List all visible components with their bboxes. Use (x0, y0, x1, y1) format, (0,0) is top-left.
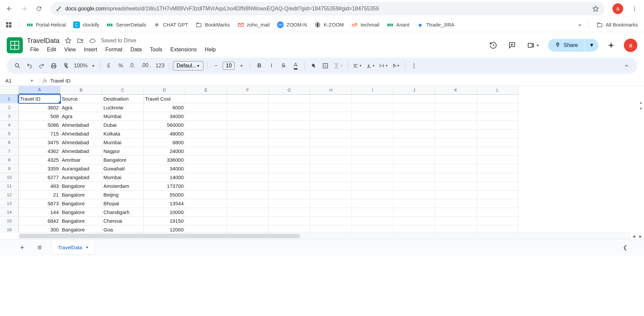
menu-view[interactable]: View (61, 45, 79, 54)
font-size-input[interactable]: 10 (223, 62, 235, 70)
cell-K5[interactable] (435, 129, 477, 138)
cell-F13[interactable] (227, 199, 269, 208)
cell-L2[interactable] (477, 103, 518, 112)
cell-I3[interactable] (352, 112, 394, 121)
row-header-10[interactable]: 10 (0, 173, 18, 182)
col-header-F[interactable]: F (227, 86, 269, 94)
cell-J3[interactable] (394, 112, 435, 121)
cell-D1[interactable]: Travel Cost (144, 95, 185, 103)
cell-I9[interactable] (352, 164, 394, 173)
cell-K12[interactable] (435, 191, 477, 199)
cell-B14[interactable]: Bangalore (60, 208, 102, 217)
cell-H12[interactable] (310, 191, 352, 199)
row-header-3[interactable]: 3 (0, 112, 18, 121)
bookmark-star-icon[interactable] (592, 5, 599, 12)
cell-C16[interactable]: Goa (102, 225, 144, 233)
cell-B13[interactable]: Bangalore (60, 199, 102, 208)
row-header-11[interactable]: 11 (0, 182, 18, 191)
cell-K8[interactable] (435, 156, 477, 164)
cell-C6[interactable]: Mumbai (102, 138, 144, 147)
cell-C7[interactable]: Nagpur (102, 147, 144, 156)
row-header-9[interactable]: 9 (0, 164, 18, 173)
menu-tools[interactable]: Tools (146, 45, 166, 54)
row-header-6[interactable]: 6 (0, 138, 18, 147)
cell-B6[interactable]: Ahmedabad (60, 138, 102, 147)
row-header-7[interactable]: 7 (0, 147, 18, 156)
cell-J12[interactable] (394, 191, 435, 199)
cell-B5[interactable]: Ahmedabad (60, 129, 102, 138)
col-header-H[interactable]: H (310, 86, 352, 94)
cell-A8[interactable]: 4325 (19, 156, 60, 164)
bold-button[interactable]: B (254, 60, 265, 71)
cell-A7[interactable]: 4362 (19, 147, 60, 156)
increase-decimal-button[interactable]: .00→ (140, 60, 153, 71)
cell-C10[interactable]: Mumbai (102, 173, 144, 182)
cell-I7[interactable] (352, 147, 394, 156)
valign-button[interactable]: ▼ (365, 60, 376, 71)
back-button[interactable] (3, 3, 15, 15)
cell-G15[interactable] (269, 217, 310, 225)
col-header-E[interactable]: E (185, 86, 227, 94)
sheets-logo[interactable] (7, 37, 23, 53)
menu-data[interactable]: Data (127, 45, 145, 54)
cell-E7[interactable] (185, 147, 227, 156)
cell-G7[interactable] (269, 147, 310, 156)
col-header-A[interactable]: A (19, 86, 60, 94)
cell-K1[interactable] (435, 95, 477, 103)
cell-C11[interactable]: Amsterdam (102, 182, 144, 191)
row-header-8[interactable]: 8 (0, 156, 18, 164)
cell-F15[interactable] (227, 217, 269, 225)
cell-F10[interactable] (227, 173, 269, 182)
cell-K14[interactable] (435, 208, 477, 217)
cell-F4[interactable] (227, 121, 269, 129)
number-format-button[interactable]: 123 (154, 60, 166, 71)
cell-I15[interactable] (352, 217, 394, 225)
cell-C14[interactable]: Chandigarh (102, 208, 144, 217)
rotate-button[interactable]: A▼ (391, 60, 402, 71)
row-header-5[interactable]: 5 (0, 129, 18, 138)
cell-J14[interactable] (394, 208, 435, 217)
col-header-C[interactable]: C (102, 86, 144, 94)
account-avatar[interactable]: a (624, 39, 637, 52)
cell-E10[interactable] (185, 173, 227, 182)
cell-F11[interactable] (227, 182, 269, 191)
menu-extensions[interactable]: Extensions (167, 45, 200, 54)
cell-C13[interactable]: Bhopal (102, 199, 144, 208)
explore-button[interactable]: ❮ (623, 244, 627, 251)
cell-D3[interactable]: 34000 (144, 112, 185, 121)
scroll-down-icon[interactable]: ▼ (638, 107, 644, 113)
horizontal-scrollbar[interactable]: ◀▶ (19, 233, 631, 239)
meet-icon[interactable]: ▼ (525, 39, 542, 51)
scroll-up-icon[interactable]: ▲ (638, 101, 644, 107)
cell-B1[interactable]: Source (60, 95, 102, 103)
cell-A2[interactable]: 3602 (19, 103, 60, 112)
cell-D13[interactable]: 13544 (144, 199, 185, 208)
cell-G1[interactable] (269, 95, 310, 103)
menu-insert[interactable]: Insert (81, 45, 101, 54)
cell-L6[interactable] (477, 138, 518, 147)
name-box[interactable]: A1▼ (3, 78, 36, 84)
menu-file[interactable]: File (27, 45, 42, 54)
cell-B3[interactable]: Agra (60, 112, 102, 121)
cell-C3[interactable]: Mumbai (102, 112, 144, 121)
cell-J7[interactable] (394, 147, 435, 156)
cell-C5[interactable]: Kolkata (102, 129, 144, 138)
cell-F12[interactable] (227, 191, 269, 199)
text-color-button[interactable]: A (290, 60, 301, 71)
undo-button[interactable] (24, 60, 35, 71)
decrease-decimal-button[interactable]: .0← (128, 60, 138, 71)
cell-D2[interactable]: 6000 (144, 103, 185, 112)
cell-D14[interactable]: 10000 (144, 208, 185, 217)
cell-D11[interactable]: 173700 (144, 182, 185, 191)
move-icon[interactable] (77, 37, 84, 44)
url-bar[interactable]: docs.google.com/spreadsheets/d/1Wu1TH7vM… (50, 2, 604, 15)
cell-L13[interactable] (477, 199, 518, 208)
merge-button[interactable]: ▼ (332, 60, 344, 71)
cell-C12[interactable]: Beijing (102, 191, 144, 199)
bookmark-chatgpt[interactable]: ✲CHAT GPT (153, 21, 188, 28)
cloud-icon[interactable] (89, 37, 96, 44)
row-header-4[interactable]: 4 (0, 121, 18, 129)
col-header-B[interactable]: B (60, 86, 102, 94)
cell-K3[interactable] (435, 112, 477, 121)
cell-J1[interactable] (394, 95, 435, 103)
